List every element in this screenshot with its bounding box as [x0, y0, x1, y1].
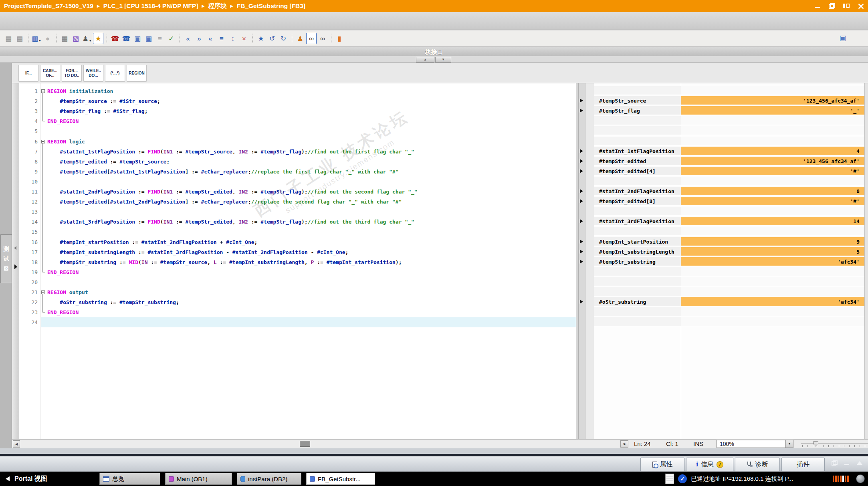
redo-icon[interactable]: ↻: [278, 33, 289, 44]
tab-info[interactable]: i信息i: [686, 458, 733, 471]
taskbar-button-fb-getsubstring[interactable]: FB_GetSubstr...: [306, 473, 375, 485]
taskbar-button-instpara-db2[interactable]: instPara (DB2): [237, 473, 301, 485]
compile-icon[interactable]: ♟▼: [82, 33, 92, 44]
monitor-value[interactable]: 8: [681, 187, 864, 196]
taskbar-button-overview[interactable]: 总览: [99, 473, 160, 485]
zoom-slider[interactable]: [801, 440, 868, 449]
tab-plugins[interactable]: 插件: [781, 458, 825, 471]
insert-block-call-icon[interactable]: ▧: [71, 33, 81, 44]
monitor-row-indicator-icon[interactable]: [580, 300, 583, 304]
breadcrumb-item[interactable]: FB_GetSubstring [FB3]: [237, 2, 305, 9]
time-check-icon[interactable]: ✓: [166, 33, 176, 44]
indent-right-icon[interactable]: »: [194, 33, 204, 44]
portal-back-icon[interactable]: [6, 476, 10, 481]
monitor-value[interactable]: 'afc34': [681, 257, 864, 266]
collapse-left-icon[interactable]: [14, 246, 16, 250]
expand-right-icon[interactable]: [14, 264, 17, 269]
monitor-row-indicator-icon[interactable]: [580, 169, 583, 173]
monitor-row-indicator-icon[interactable]: [580, 159, 583, 163]
code-line[interactable]: 15: [19, 227, 576, 237]
undo-icon[interactable]: ↺: [267, 33, 277, 44]
monitor-row-indicator-icon[interactable]: [580, 260, 583, 264]
insert-network-below-icon[interactable]: ▤: [14, 33, 25, 44]
code-line[interactable]: 18 #tempStr_substring := MID(IN := #temp…: [19, 257, 576, 267]
monitor-value[interactable]: 4: [681, 147, 864, 156]
monitor-row-indicator-icon[interactable]: [580, 109, 583, 113]
tab-properties[interactable]: 属性: [640, 458, 684, 471]
monitor-row-indicator-icon[interactable]: [580, 199, 583, 203]
fold-collapse-icon[interactable]: [41, 290, 45, 294]
monitor-value[interactable]: '123_456_afc34_af': [681, 157, 864, 166]
chevron-down-icon[interactable]: ▼: [785, 440, 793, 448]
scroll-left-icon[interactable]: ◀: [13, 440, 20, 448]
code-line[interactable]: 1REGION initialization: [19, 86, 576, 96]
monitor-variable-name[interactable]: #tempStr_substring: [594, 257, 681, 266]
monitor-value[interactable]: 14: [681, 217, 864, 226]
monitor-value[interactable]: 5: [681, 247, 864, 256]
breadcrumb-item[interactable]: PLC_1 [CPU 1518-4 PN/DP MFP]: [103, 2, 198, 9]
close-icon[interactable]: [858, 3, 864, 9]
monitor-value[interactable]: '#': [681, 197, 864, 206]
code-line[interactable]: 2 #tempStr_source := #iStr_source;: [19, 96, 576, 106]
code-line[interactable]: 24: [19, 317, 576, 327]
code-line[interactable]: 12 #tempStr_edited[#statInt_2ndFlagPosit…: [19, 197, 576, 207]
code-line[interactable]: 20: [19, 277, 576, 287]
code-line[interactable]: 14 #statInt_3rdFlagPosition := FIND(IN1 …: [19, 217, 576, 227]
panel-restore-icon[interactable]: [832, 460, 838, 466]
zoom-select[interactable]: 100% ▼: [717, 440, 793, 448]
monitor-value[interactable]: '#': [681, 167, 864, 176]
snippet-case-of-button[interactable]: CASE...OF...: [40, 65, 60, 82]
monitor-variable-name[interactable]: #tempStr_flag: [594, 106, 681, 115]
favorites-star-icon[interactable]: ★: [93, 33, 103, 44]
breadcrumb-item[interactable]: ProjectTemplate_S7-1500_V19: [4, 2, 93, 9]
task-card-icon[interactable]: ▣: [838, 32, 848, 44]
monitor-value[interactable]: 'afc34': [681, 297, 864, 307]
monitor-row-indicator-icon[interactable]: [580, 99, 583, 103]
code-line[interactable]: 6REGION logic: [19, 137, 576, 147]
interface-expand-icon[interactable]: ▲: [416, 57, 434, 63]
code-line[interactable]: 5: [19, 126, 576, 136]
go-online-icon[interactable]: ☎: [110, 33, 120, 44]
monitor-value[interactable]: '123_456_afc34_af': [681, 96, 864, 105]
code-line[interactable]: 3 #tempStr_flag := #iStr_flag;: [19, 106, 576, 116]
code-line[interactable]: 21REGION output: [19, 287, 576, 297]
snippet-for-to-do-button[interactable]: FOR...TO DO..: [62, 65, 82, 82]
code-line[interactable]: 19END_REGION: [19, 267, 576, 277]
editor-monitor-divider[interactable]: [576, 83, 579, 439]
monitor-row-indicator-icon[interactable]: [580, 240, 583, 244]
monitor-variable-name[interactable]: #tempInt_startPosition: [594, 237, 681, 246]
monitor-row-indicator-icon[interactable]: [580, 149, 583, 153]
snippet-while-do-button[interactable]: WHILE..DO...: [83, 65, 103, 82]
tab-diagnostics[interactable]: 诊断: [735, 458, 780, 471]
code-line[interactable]: 11 #statInt_2ndFlagPosition := FIND(IN1 …: [19, 187, 576, 197]
code-line[interactable]: 8 #tempStr_edited := #tempStr_source;: [19, 157, 576, 167]
monitoring-selected-icon[interactable]: ∞: [317, 33, 328, 44]
delete-rows-icon[interactable]: ×: [239, 33, 249, 44]
monitor-variable-name[interactable]: #tempInt_substringLength: [594, 247, 681, 256]
taskbar-button-main-ob1[interactable]: Main (OB1): [165, 473, 232, 485]
monitor-row-indicator-icon[interactable]: [580, 250, 583, 254]
layout-icon[interactable]: [843, 3, 850, 9]
restore-icon[interactable]: [829, 3, 835, 9]
renumber-icon[interactable]: ≡: [216, 33, 227, 44]
fold-collapse-icon[interactable]: [41, 140, 45, 143]
monitor-variable-name[interactable]: #tempStr_edited[4]: [594, 167, 681, 176]
outdent-icon[interactable]: «: [205, 33, 216, 44]
insert-network-icon[interactable]: ▤: [3, 33, 14, 44]
memory-card-icon[interactable]: [665, 474, 674, 484]
interface-collapse-icon[interactable]: ▼: [435, 57, 451, 63]
monitoring-onoff-icon[interactable]: ∞: [306, 33, 317, 44]
monitor-variable-name[interactable]: #tempStr_edited[8]: [594, 197, 681, 206]
monitor-variable-name[interactable]: #tempStr_source: [594, 96, 681, 105]
panel-expand-icon[interactable]: [856, 460, 862, 466]
status-expand-icon[interactable]: >: [620, 440, 628, 448]
go-offline-icon[interactable]: ☎: [121, 33, 131, 44]
monitor-value[interactable]: '_': [681, 106, 864, 115]
insert-line-marker-icon[interactable]: ↕: [228, 33, 238, 44]
breadcrumb-item[interactable]: 程序块: [208, 2, 227, 9]
monitor-variable-name[interactable]: #statInt_2ndFlagPosition: [594, 187, 681, 196]
monitor-value[interactable]: 9: [681, 237, 864, 246]
panel-splitter[interactable]: [12, 83, 19, 439]
absolute-symbolic-icon[interactable]: ▦: [59, 33, 70, 44]
import-source-icon[interactable]: ▥▼: [31, 33, 42, 44]
